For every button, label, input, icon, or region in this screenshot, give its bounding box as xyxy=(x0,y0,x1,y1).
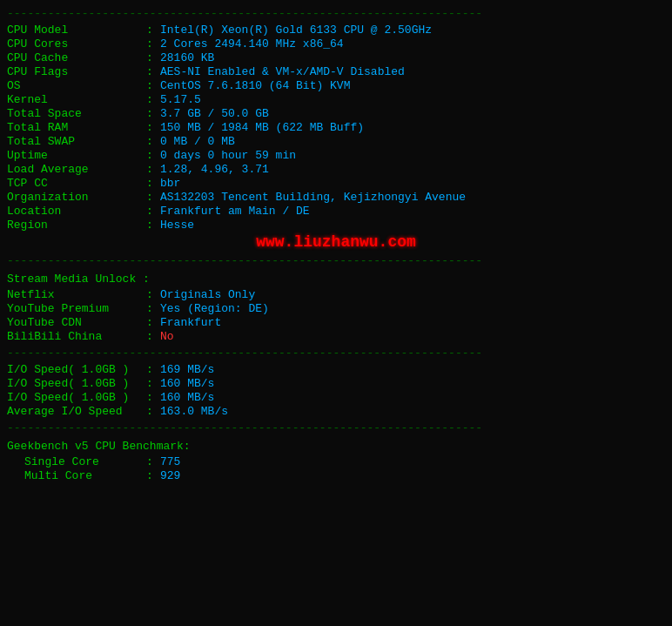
io1-label: I/O Speed( 1.0GB ) xyxy=(7,363,146,376)
youtube-premium-row: YouTube Premium : Yes (Region: DE) xyxy=(7,302,665,315)
avg-io-label: Average I/O Speed xyxy=(7,405,146,418)
io3-label: I/O Speed( 1.0GB ) xyxy=(7,391,146,404)
location-label: Location xyxy=(7,205,146,218)
youtube-cdn-value: Frankfurt xyxy=(160,316,221,329)
io3-row: I/O Speed( 1.0GB ) : 160 MB/s xyxy=(7,391,665,404)
io2-row: I/O Speed( 1.0GB ) : 160 MB/s xyxy=(7,377,665,390)
divider-stream: ----------------------------------------… xyxy=(7,254,665,267)
avg-io-value: 163.0 MB/s xyxy=(160,405,228,418)
multi-core-value: 929 xyxy=(160,469,180,482)
io1-value: 169 MB/s xyxy=(160,363,214,376)
cpu-cores-row: CPU Cores : 2 Cores 2494.140 MHz x86_64 xyxy=(7,37,665,50)
netflix-row: Netflix : Originals Only xyxy=(7,288,665,301)
organization-value: AS132203 Tencent Building, Kejizhongyi A… xyxy=(160,191,466,204)
total-ram-value: 150 MB / 1984 MB (622 MB Buff) xyxy=(160,121,364,134)
os-value: CentOS 7.6.1810 (64 Bit) KVM xyxy=(160,79,350,92)
os-row: OS : CentOS 7.6.1810 (64 Bit) KVM xyxy=(7,79,665,92)
region-value: Hesse xyxy=(160,219,194,232)
region-row: Region : Hesse xyxy=(7,219,665,232)
total-space-value: 3.7 GB / 50.0 GB xyxy=(160,107,269,120)
kernel-label: Kernel xyxy=(7,93,146,106)
divider-geekbench: ----------------------------------------… xyxy=(7,421,665,434)
single-core-row: Single Core : 775 xyxy=(7,455,665,468)
io1-row: I/O Speed( 1.0GB ) : 169 MB/s xyxy=(7,363,665,376)
youtube-premium-value: Yes (Region: DE) xyxy=(160,302,269,315)
uptime-value: 0 days 0 hour 59 min xyxy=(160,149,296,162)
cpu-model-label: CPU Model xyxy=(7,24,146,37)
cpu-cores-label: CPU Cores xyxy=(7,37,146,50)
location-value: Frankfurt am Main / DE xyxy=(160,205,310,218)
youtube-cdn-label: YouTube CDN xyxy=(7,316,146,329)
bilibili-label: BiliBili China xyxy=(7,330,146,343)
avg-io-row: Average I/O Speed : 163.0 MB/s xyxy=(7,405,665,418)
netflix-value: Originals Only xyxy=(160,288,255,301)
cpu-cores-value: 2 Cores 2494.140 MHz x86_64 xyxy=(160,37,344,50)
region-label: Region xyxy=(7,219,146,232)
cpu-model-value: Intel(R) Xeon(R) Gold 6133 CPU @ 2.50GHz xyxy=(160,24,432,37)
io3-value: 160 MB/s xyxy=(160,391,214,404)
youtube-premium-label: YouTube Premium xyxy=(7,302,146,315)
multi-core-row: Multi Core : 929 xyxy=(7,469,665,482)
uptime-label: Uptime xyxy=(7,149,146,162)
netflix-label: Netflix xyxy=(7,288,146,301)
geekbench-title-row: Geekbench v5 CPU Benchmark: xyxy=(7,438,665,454)
io2-value: 160 MB/s xyxy=(160,377,214,390)
kernel-value: 5.17.5 xyxy=(160,93,201,106)
uptime-row: Uptime : 0 days 0 hour 59 min xyxy=(7,149,665,162)
cpu-flags-label: CPU Flags xyxy=(7,65,146,78)
cpu-cache-value: 28160 KB xyxy=(160,51,214,64)
total-space-row: Total Space : 3.7 GB / 50.0 GB xyxy=(7,107,665,120)
total-swap-row: Total SWAP : 0 MB / 0 MB xyxy=(7,135,665,148)
youtube-cdn-row: YouTube CDN : Frankfurt xyxy=(7,316,665,329)
tcp-cc-value: bbr xyxy=(160,177,180,190)
geekbench-title: Geekbench v5 CPU Benchmark: xyxy=(7,440,191,453)
divider-top: ----------------------------------------… xyxy=(7,7,665,20)
location-row: Location : Frankfurt am Main / DE xyxy=(7,205,665,218)
bilibili-row: BiliBili China : No xyxy=(7,330,665,343)
bilibili-value: No xyxy=(160,330,174,343)
load-avg-row: Load Average : 1.28, 4.96, 3.71 xyxy=(7,163,665,176)
kernel-row: Kernel : 5.17.5 xyxy=(7,93,665,106)
load-avg-label: Load Average xyxy=(7,163,146,176)
cpu-flags-row: CPU Flags : AES-NI Enabled & VM-x/AMD-V … xyxy=(7,65,665,78)
total-ram-row: Total RAM : 150 MB / 1984 MB (622 MB Buf… xyxy=(7,121,665,134)
single-core-label: Single Core xyxy=(7,455,146,468)
load-avg-value: 1.28, 4.96, 3.71 xyxy=(160,163,269,176)
tcp-cc-label: TCP CC xyxy=(7,177,146,190)
os-label: OS xyxy=(7,79,146,92)
stream-title-row: Stream Media Unlock : xyxy=(7,271,665,287)
divider-io: ----------------------------------------… xyxy=(7,347,665,360)
cpu-cache-row: CPU Cache : 28160 KB xyxy=(7,51,665,64)
cpu-flags-value: AES-NI Enabled & VM-x/AMD-V Disabled xyxy=(160,65,405,78)
single-core-value: 775 xyxy=(160,455,180,468)
total-swap-value: 0 MB / 0 MB xyxy=(160,135,235,148)
io2-label: I/O Speed( 1.0GB ) xyxy=(7,377,146,390)
watermark: www.liuzhanwu.com xyxy=(7,233,665,251)
tcp-cc-row: TCP CC : bbr xyxy=(7,177,665,190)
total-ram-label: Total RAM xyxy=(7,121,146,134)
cpu-cache-label: CPU Cache xyxy=(7,51,146,64)
total-swap-label: Total SWAP xyxy=(7,135,146,148)
total-space-label: Total Space xyxy=(7,107,146,120)
stream-title: Stream Media Unlock : xyxy=(7,273,150,286)
organization-label: Organization xyxy=(7,191,146,204)
multi-core-label: Multi Core xyxy=(7,469,146,482)
organization-row: Organization : AS132203 Tencent Building… xyxy=(7,191,665,204)
cpu-model-row: CPU Model : Intel(R) Xeon(R) Gold 6133 C… xyxy=(7,24,665,37)
